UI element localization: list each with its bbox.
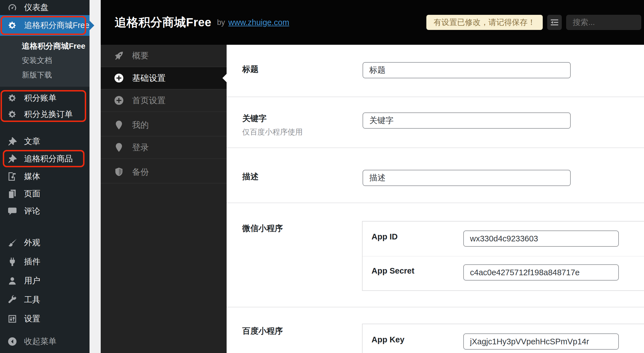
gear-icon (7, 93, 17, 103)
panel-header: 追格积分商城Free by www.zhuige.com 有设置已修改，请记得保… (101, 0, 644, 45)
points-menu-group: 积分账单 积分兑换订单 (0, 90, 90, 123)
field-label: 百度小程序 (242, 326, 283, 337)
sidebar-item-posts[interactable]: 文章 (0, 133, 90, 150)
settings-nav-login[interactable]: 登录 (101, 137, 227, 159)
sidebar-item-plugins[interactable]: 插件 (0, 252, 90, 271)
zhuige-goods-group: 追格积分商品 (0, 150, 90, 168)
user-icon (7, 276, 17, 286)
sidebar-gap (90, 0, 101, 353)
comment-icon (7, 206, 17, 216)
gear-icon (7, 109, 17, 119)
sidebar-item-label: 积分账单 (24, 93, 57, 104)
pin-icon (7, 154, 17, 164)
sidebar-item-collapse-menu[interactable]: 收起菜单 (0, 333, 90, 350)
field-label: 关键字 (242, 113, 267, 124)
sidebar-item-pages[interactable]: 页面 (0, 185, 90, 203)
plugin-settings-panel: 追格积分商城Free by www.zhuige.com 有设置已修改，请记得保… (101, 0, 644, 353)
unsaved-changes-notice: 有设置已修改，请记得保存！ (426, 15, 543, 30)
settings-nav-label: 概要 (132, 50, 149, 62)
collapse-menu-icon (7, 336, 17, 347)
sidebar-item-points-bill[interactable]: 积分账单 (0, 90, 90, 106)
field-label: App ID (372, 232, 398, 241)
page-title: 追格积分商城Free (115, 15, 211, 30)
sidebar-item-label: 追格积分商品 (24, 153, 73, 164)
byline: by (217, 18, 225, 27)
brush-icon (7, 238, 17, 248)
wechat-miniapp-group: App ID App Secret (362, 221, 644, 291)
group-row-app-secret: App Secret (363, 256, 644, 291)
settings-nav-backup[interactable]: 备份 (101, 161, 227, 183)
dashboard-icon (7, 3, 17, 13)
field-label: App Key (372, 335, 405, 344)
sidebar-item-label: 收起菜单 (24, 336, 57, 347)
settings-nav-overview[interactable]: 概要 (101, 45, 227, 67)
gear-icon (7, 20, 17, 30)
location-pin-icon (114, 120, 124, 130)
wechat-app-id-input[interactable] (463, 230, 619, 247)
submenu-item-new-version-download[interactable]: 新版下载 (0, 68, 90, 82)
admin-sidebar: 仪表盘 追格积分商城Free 追格积分商城Free 安装文档 新版下载 积分账单… (0, 0, 90, 353)
title-input[interactable] (363, 62, 571, 78)
sidebar-item-label: 媒体 (24, 171, 40, 182)
field-note: 仅百度小程序使用 (242, 127, 303, 137)
submenu-item-install-docs[interactable]: 安装文档 (0, 53, 90, 68)
sidebar-item-media[interactable]: 媒体 (0, 168, 90, 185)
submenu-item-zhuige-points-mall[interactable]: 追格积分商城Free (0, 39, 90, 53)
rocket-icon (114, 50, 124, 61)
settings-form: 标题 关键字 仅百度小程序使用 描述 微信小程序 App ID (227, 45, 644, 353)
sidebar-item-zhuige-points-goods[interactable]: 追格积分商品 (0, 150, 90, 168)
sidebar-item-label: 追格积分商城Free (24, 20, 90, 31)
baidu-app-key-input[interactable] (463, 333, 619, 350)
form-row-baidu-miniapp: 百度小程序 App Key (227, 308, 644, 353)
sidebar-item-appearance[interactable]: 外观 (0, 233, 90, 252)
sidebar-item-label: 文章 (24, 136, 40, 147)
settings-nav-label: 我的 (132, 119, 149, 131)
search-input[interactable] (566, 15, 641, 30)
sidebar-item-users[interactable]: 用户 (0, 271, 90, 290)
settings-nav-label: 备份 (132, 166, 149, 178)
sidebar-item-comments[interactable]: 评论 (0, 203, 90, 220)
group-row-app-id: App ID (363, 222, 644, 256)
form-row-title: 标题 (227, 45, 644, 97)
form-row-wechat-miniapp: 微信小程序 App ID App Secret (227, 203, 644, 308)
group-row-app-key: App Key (363, 324, 644, 353)
settings-nav-mine[interactable]: 我的 (101, 114, 227, 137)
sidebar-item-label: 仪表盘 (24, 2, 48, 13)
settings-nav-label: 基础设置 (132, 72, 166, 84)
pages-icon (7, 189, 17, 199)
form-row-description: 描述 (227, 148, 644, 203)
sidebar-item-points-redeem-orders[interactable]: 积分兑换订单 (0, 106, 90, 123)
form-row-keyword: 关键字 仅百度小程序使用 (227, 97, 644, 148)
sidebar-item-label: 工具 (24, 294, 40, 305)
settings-nav-basic-settings[interactable]: 基础设置 (101, 67, 227, 90)
wechat-app-secret-input[interactable] (463, 264, 619, 281)
sidebar-item-label: 用户 (24, 275, 40, 286)
panel-body: 概要 基础设置 首页设置 我的 登录 备份 (101, 45, 644, 353)
field-label: 描述 (242, 171, 258, 182)
sidebar-item-dashboard[interactable]: 仪表盘 (0, 0, 90, 15)
description-input[interactable] (363, 170, 571, 186)
sliders-icon (7, 314, 17, 324)
outdent-icon (550, 18, 559, 27)
collapse-settings-nav-button[interactable] (547, 15, 562, 30)
location-pin-icon (114, 142, 124, 153)
sidebar-item-zhuige-points-mall[interactable]: 追格积分商城Free (0, 15, 90, 36)
site-link[interactable]: www.zhuige.com (228, 18, 289, 27)
sidebar-item-label: 页面 (24, 188, 40, 199)
sidebar-item-settings[interactable]: 设置 (0, 309, 90, 328)
baidu-miniapp-group: App Key (362, 324, 644, 353)
settings-nav-home-settings[interactable]: 首页设置 (101, 90, 227, 112)
plus-circle-icon (114, 73, 124, 83)
sidebar-item-label: 插件 (24, 256, 40, 267)
wrench-icon (7, 295, 17, 305)
sidebar-item-label: 设置 (24, 313, 40, 324)
media-icon (7, 171, 17, 182)
sidebar-item-label: 外观 (24, 237, 40, 248)
plug-icon (7, 257, 17, 267)
zhuige-submenu: 追格积分商城Free 安装文档 新版下载 (0, 36, 90, 87)
keyword-input[interactable] (363, 112, 571, 129)
pin-icon (7, 137, 17, 147)
sidebar-item-label: 评论 (24, 206, 40, 217)
field-label: 微信小程序 (242, 223, 283, 234)
sidebar-item-tools[interactable]: 工具 (0, 290, 90, 309)
